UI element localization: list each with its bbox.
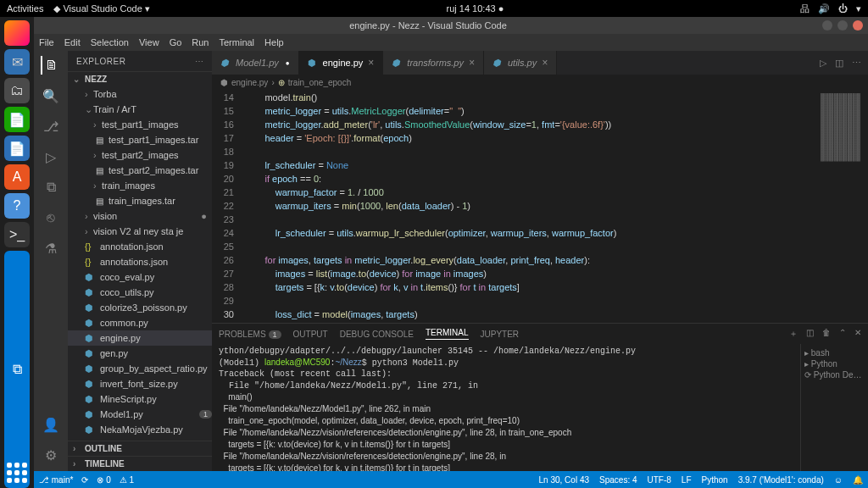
close-tab-icon[interactable]: × [368,57,374,69]
tree-item[interactable]: ⬢engine.py [68,330,212,346]
tree-item[interactable]: ⌄Train / ArT [68,102,212,117]
testing-icon[interactable]: ⚗ [42,239,60,258]
extensions-icon[interactable]: ⧉ [42,178,60,197]
power-icon[interactable]: ⏻ [838,3,848,14]
dock-show-apps-icon[interactable] [7,463,27,483]
status-errors[interactable]: ⊗ 0 [97,475,110,485]
editor-tab[interactable]: ⬢utils.py× [484,51,557,75]
status-spaces[interactable]: Spaces: 4 [599,475,637,485]
panel-tab-jupyter[interactable]: JUPYTER [481,330,520,339]
tree-item[interactable]: ⬢coco_utils.py [68,285,212,300]
dock-writer-icon[interactable]: 📄 [4,107,30,132]
menu-file[interactable]: File [39,37,54,47]
volume-icon[interactable]: 🔊 [818,3,830,14]
explorer-icon[interactable]: 🗎 [41,56,59,75]
status-cursor[interactable]: Ln 30, Col 43 [539,475,590,485]
dock-help-icon[interactable]: ? [4,193,30,219]
panel-maximize-icon[interactable]: ⌃ [839,328,846,340]
terminal-output[interactable]: ython/debugpy/adapter/../../debugpy/laun… [212,344,800,471]
tree-item[interactable]: ⬢MineScript.py [68,391,212,407]
status-warnings[interactable]: ⚠ 1 [120,475,134,485]
tree-item[interactable]: ›vision V2 al ney sta je [68,224,212,239]
more-actions-icon[interactable]: ⋯ [852,58,861,69]
folder-root[interactable]: ⌄NEZZ [68,71,212,86]
dock-software-icon[interactable]: A [4,164,30,190]
window-close-icon[interactable] [853,20,863,30]
timeline-section[interactable]: ›TIMELINE [68,456,212,471]
dock-files-icon[interactable]: 🗂 [4,78,30,103]
tree-item[interactable]: ›Torba [68,86,212,102]
tree-item[interactable]: ⬢NekaMojaVjezba.py [68,422,212,437]
source-control-icon[interactable]: ⎇ [42,117,60,136]
status-language[interactable]: Python [702,475,728,485]
panel-tab-problems[interactable]: PROBLEMS1 [219,330,281,339]
split-terminal-icon[interactable]: ◫ [806,328,814,340]
search-icon[interactable]: 🔍 [42,86,60,105]
status-bell-icon[interactable]: 🔔 [853,475,863,485]
tree-item[interactable]: ⬢invert_font_size.py [68,376,212,391]
tree-item[interactable]: ⬢group_by_aspect_ratio.py [68,361,212,376]
status-eol[interactable]: LF [682,475,692,485]
window-maximize-icon[interactable] [837,20,848,30]
status-interpreter[interactable]: 3.9.7 ('Model1': conda) [738,475,824,485]
dock-firefox-icon[interactable] [4,20,30,46]
editor-tab[interactable]: ⬢Model1.py [212,51,299,75]
split-editor-icon[interactable]: ◫ [835,58,843,69]
menu-view[interactable]: View [139,37,159,47]
panel-tab-debug[interactable]: DEBUG CONSOLE [340,330,414,339]
current-app-label[interactable]: ◆ Visual Studio Code ▾ [53,3,150,14]
outline-section[interactable]: ›OUTLINE [68,441,212,456]
run-file-icon[interactable]: ▷ [820,58,826,69]
new-terminal-icon[interactable]: ＋ [789,328,798,340]
menu-go[interactable]: Go [170,37,182,47]
tree-item[interactable]: ⬢colorize3_poisson.py [68,300,212,315]
close-tab-icon[interactable]: × [469,57,475,69]
code-editor[interactable]: 1415161718192021222324252627282930313233… [212,90,817,323]
panel-close-icon[interactable]: ✕ [854,328,861,340]
tree-item[interactable]: {}annotations.json [68,254,212,269]
tree-item[interactable]: ›vision● [68,208,212,224]
panel-tab-terminal[interactable]: TERMINAL [426,328,469,340]
status-sync-icon[interactable]: ⟳ [81,475,88,485]
clock[interactable]: ruj 14 10:43 ● [150,3,800,14]
menu-run[interactable]: Run [192,37,209,47]
status-feedback-icon[interactable]: ☺ [834,475,843,485]
tree-item[interactable]: ›test_part2_images [68,147,212,163]
tree-item[interactable]: ▤train_images.tar [68,193,212,208]
tree-item[interactable]: ⬢coco_eval.py [68,269,212,285]
dock-thunderbird-icon[interactable]: ✉ [4,49,30,75]
account-icon[interactable]: 👤 [42,415,60,434]
status-branch[interactable]: ⎇ main* [39,475,73,485]
dock-calc-icon[interactable]: 📄 [4,136,30,161]
run-debug-icon[interactable]: ▷ [42,147,60,166]
tree-item[interactable]: ›test_part1_images [68,117,212,132]
activities-button[interactable]: Activities [7,3,43,14]
menu-help[interactable]: Help [264,37,284,47]
file-tree[interactable]: ›Torba⌄Train / ArT›test_part1_images▤tes… [68,86,212,441]
dock-vscode-icon[interactable]: ⧉ [4,251,30,488]
status-encoding[interactable]: UTF-8 [648,475,671,485]
panel-tab-output[interactable]: OUTPUT [293,330,328,339]
remote-icon[interactable]: ⎋ [42,208,60,227]
dock-terminal-icon[interactable]: >_ [4,222,30,247]
network-icon[interactable]: 品 [800,3,810,15]
explorer-more-icon[interactable]: ⋯ [195,57,204,66]
tree-item[interactable]: ⬢Model1.py1 [68,407,212,422]
menu-selection[interactable]: Selection [91,37,129,47]
kill-terminal-icon[interactable]: 🗑 [822,328,831,340]
menu-edit[interactable]: Edit [64,37,81,47]
terminal-list-item[interactable]: ▸ bash [804,347,865,358]
terminal-list-item[interactable]: ▸ Python [804,358,865,369]
system-menu-chevron-icon[interactable]: ▾ [856,3,861,14]
close-tab-icon[interactable]: × [542,57,548,69]
editor-tab[interactable]: ⬢engine.py× [299,51,384,75]
settings-gear-icon[interactable]: ⚙ [42,446,60,464]
tree-item[interactable]: ▤test_part2_images.tar [68,163,212,178]
tree-item[interactable]: ⬢common.py [68,315,212,330]
minimap[interactable]: ████ ██ ████ ████ ██ ████ ████ ██ ████ █… [817,90,868,323]
breadcrumb[interactable]: ⬢engine.py › ⊕ train_one_epoch [212,75,868,90]
terminal-list-item[interactable]: ⟳ Python De… [804,369,865,380]
tree-item[interactable]: ▤test_part1_images.tar [68,132,212,147]
tree-item[interactable]: ›train_images [68,178,212,193]
menu-terminal[interactable]: Terminal [220,37,255,47]
